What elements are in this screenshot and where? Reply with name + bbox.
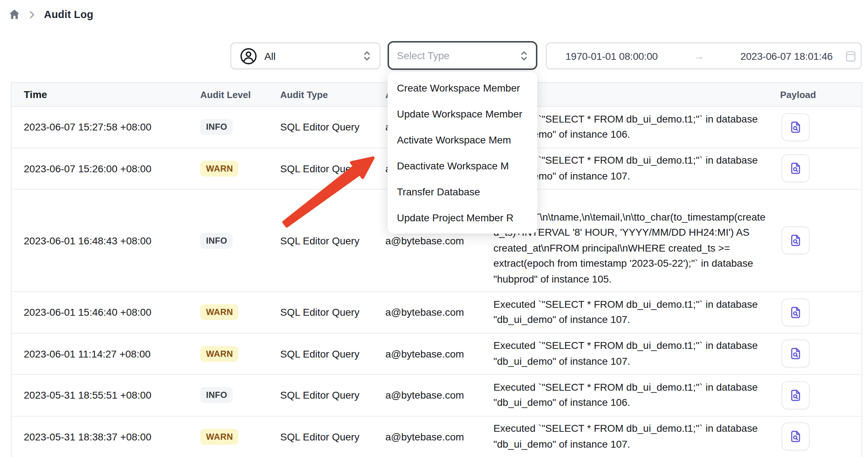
payload-button[interactable] [782,340,810,368]
cell-audit-level: WARN [200,305,280,320]
cell-actor: a@bytebase.com [385,390,493,401]
payload-button[interactable] [782,155,810,183]
cell-payload [767,381,862,409]
dropdown-option[interactable]: Transfer Database [388,179,537,205]
status-badge: INFO [200,119,233,135]
updown-chevron-icon [363,50,371,61]
file-search-icon [789,120,802,134]
dropdown-option[interactable]: Deactivate Workspace M [388,153,537,179]
cell-audit-type: SQL Editor Query [280,235,385,246]
cell-audit-level: WARN [200,429,280,445]
cell-comment: Executed `"SELECT * FROM db_ui_demo.t1;"… [493,380,767,411]
updown-chevron-icon [520,50,528,61]
col-header-payload: Payload [767,89,862,100]
cell-audit-level: INFO [200,232,280,248]
type-filter-placeholder: Select Type [397,50,449,61]
col-header-time: Time [12,89,200,100]
payload-button[interactable] [782,226,810,254]
cell-time: 2023-06-01 11:14:27 +08:00 [12,348,200,360]
table-row: 2023-06-01 11:14:27 +08:00 WARN SQL Edit… [12,333,862,375]
person-icon [240,47,257,65]
audit-log-page: Audit Log All Select Type 1970- [0,0,868,457]
file-search-icon [789,389,802,402]
cell-actor: a@bytebase.com [385,307,493,318]
date-range-start: 1970-01-01 08:00:00 [565,50,658,62]
cell-comment: Executed `"SELECT * FROM db_ui_demo.t1;"… [493,421,767,452]
cell-time: 2023-05-31 18:55:51 +08:00 [12,390,200,401]
date-range-end: 2023-06-07 18:01:46 [741,50,833,62]
cell-audit-type: SQL Editor Query [280,307,385,318]
table-row: 2023-05-31 18:38:37 +08:00 WARN SQL Edit… [12,416,862,457]
cell-audit-type: SQL Editor Query [280,348,385,360]
home-icon[interactable] [9,9,20,20]
status-badge: WARN [200,305,239,320]
status-badge: WARN [200,161,239,177]
cell-actor: a@bytebase.com [385,348,493,360]
cell-actor: a@bytebase.com [385,235,493,246]
cell-audit-level: INFO [200,387,280,403]
status-badge: WARN [200,346,239,362]
type-filter-select[interactable]: Select Type [388,41,537,70]
payload-button[interactable] [782,113,810,141]
actor-filter-select[interactable]: All [231,43,380,69]
cell-audit-type: SQL Editor Query [280,431,385,443]
cell-payload [767,155,862,183]
file-search-icon [789,162,802,176]
payload-button[interactable] [782,381,810,409]
payload-button[interactable] [782,298,810,327]
file-search-icon [789,306,802,319]
cell-time: 2023-05-31 18:38:37 +08:00 [12,431,200,443]
col-header-audit-level: Audit Level [200,89,280,100]
cell-comment: Executed `"SELECT * FROM db_ui_demo.t1;"… [493,297,767,328]
cell-payload [767,423,862,451]
type-dropdown-menu: Create Workspace Member Update Workspace… [388,72,537,234]
status-badge: WARN [200,429,239,445]
cell-payload [767,226,862,254]
dropdown-option[interactable]: Update Project Member R [388,205,537,231]
cell-time: 2023-06-07 15:27:58 +08:00 [12,121,200,133]
page-title: Audit Log [44,9,93,20]
status-badge: INFO [200,387,233,403]
payload-button[interactable] [782,423,810,451]
cell-time: 2023-06-01 16:48:43 +08:00 [12,235,200,246]
date-range-picker[interactable]: 1970-01-01 08:00:00 → 2023-06-07 18:01:4… [546,43,862,69]
file-search-icon [789,430,802,444]
col-header-audit-type: Audit Type [280,89,385,100]
table-row: 2023-05-31 18:55:51 +08:00 INFO SQL Edit… [12,375,862,416]
cell-payload [767,340,862,368]
dropdown-option[interactable]: Create Workspace Member [388,75,537,101]
cell-payload [767,113,862,141]
status-badge: INFO [200,232,233,248]
file-search-icon [789,347,802,361]
actor-filter-value: All [264,50,276,62]
cell-audit-level: INFO [200,119,280,135]
cell-payload [767,298,862,327]
chevron-right-icon [29,10,35,19]
calendar-icon [846,50,856,62]
cell-comment: Executed `"SELECT * FROM db_ui_demo.t1;"… [493,338,767,369]
cell-audit-level: WARN [200,346,280,362]
file-search-icon [789,234,802,247]
cell-actor: a@bytebase.com [385,431,493,443]
cell-audit-level: WARN [200,161,280,177]
cell-audit-type: SQL Editor Query [280,121,385,133]
dropdown-option[interactable]: Activate Workspace Mem [388,127,537,153]
cell-time: 2023-06-07 15:26:00 +08:00 [12,163,200,174]
cell-audit-type: SQL Editor Query [280,163,385,174]
dropdown-option[interactable]: Update Workspace Member [388,101,537,127]
cell-time: 2023-06-01 15:46:40 +08:00 [12,307,200,318]
cell-audit-type: SQL Editor Query [280,390,385,401]
breadcrumb: Audit Log [9,9,93,20]
arrow-right-icon: → [692,50,706,62]
table-row: 2023-06-01 15:46:40 +08:00 WARN SQL Edit… [12,292,862,333]
